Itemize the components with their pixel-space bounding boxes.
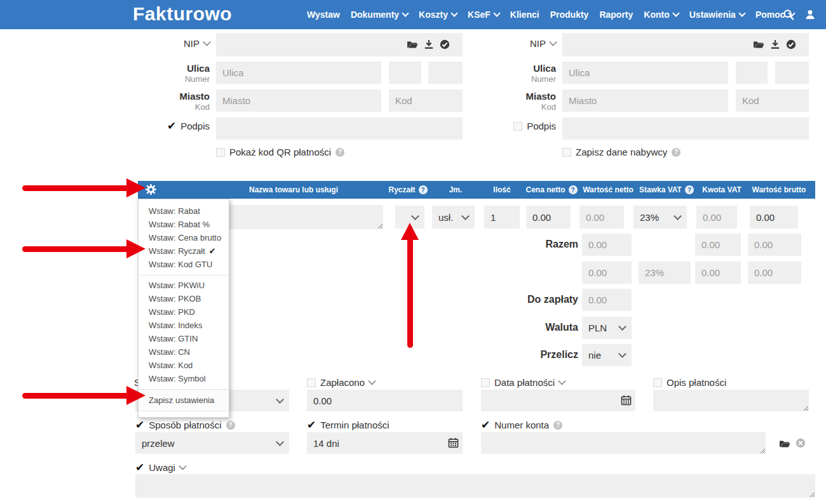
checkbox-unchecked[interactable] (481, 378, 490, 387)
buyer-nip-label[interactable]: NIP (480, 38, 556, 49)
numer-konta-textarea[interactable] (481, 432, 766, 454)
gear-icon[interactable] (146, 184, 156, 195)
chevron-down-icon (618, 350, 626, 358)
menu-item-rabat[interactable]: Wstaw: Rabat (139, 204, 229, 218)
razem-brutto-input[interactable] (748, 234, 801, 256)
help-icon[interactable]: ? (335, 148, 344, 157)
buyer-street-input[interactable] (562, 62, 728, 84)
chevron-down-icon (402, 10, 409, 17)
nav-item-raporty[interactable]: Raporty (599, 10, 633, 20)
column-settings-menu: Wstaw: Rabat Wstaw: Rabat % Wstaw: Cena … (138, 199, 229, 418)
seller-nip-label[interactable]: NIP (133, 38, 210, 49)
seller-city-label: Miasto Kod (133, 91, 210, 112)
help-icon[interactable]: ? (685, 185, 694, 194)
annotation-arrow-zapisz (22, 393, 128, 399)
nav-item-dokumenty[interactable]: Dokumenty (351, 10, 408, 20)
termin-platnosci-input[interactable] (307, 432, 463, 454)
help-icon[interactable]: ? (226, 421, 235, 430)
checkbox-unchecked[interactable] (562, 148, 571, 157)
check-circle-icon[interactable] (786, 39, 796, 50)
nav-item-klienci[interactable]: Klienci (510, 10, 539, 20)
checkbox-unchecked[interactable] (216, 148, 225, 157)
razem-kwota-vat-input[interactable] (695, 234, 741, 256)
menu-item-zapisz-ustawienia[interactable]: Zapisz ustawienia (139, 389, 229, 411)
calendar-icon[interactable] (448, 437, 459, 448)
opis-platnosci-textarea[interactable] (653, 390, 809, 411)
nav-item-koszty[interactable]: Koszty (419, 10, 457, 20)
menu-item-cn[interactable]: Wstaw: CN (139, 345, 229, 359)
seller-city-input[interactable] (216, 90, 381, 112)
item-unit-select[interactable]: usł. (432, 206, 475, 229)
calendar-icon[interactable] (621, 395, 632, 406)
seller-street-input[interactable] (216, 62, 381, 84)
menu-item-indeks[interactable]: Wstaw: Indeks (139, 319, 229, 332)
seller-signature-input[interactable] (216, 117, 463, 140)
checkbox-checked-icon[interactable]: ✔ (135, 463, 144, 472)
item-vat-rate-select[interactable]: 23% (633, 206, 687, 229)
convert-select[interactable]: nie (582, 344, 632, 366)
seller-number-input[interactable] (389, 62, 421, 84)
buyer-zip-input[interactable] (736, 90, 809, 112)
chevron-down-icon (618, 322, 626, 331)
seller-number2-input[interactable] (428, 62, 463, 84)
clear-x-circle-icon[interactable] (796, 438, 806, 448)
razem-netto-input[interactable] (582, 234, 632, 256)
download-icon[interactable] (424, 39, 434, 50)
menu-item-rabat-procent[interactable]: Wstaw: Rabat % (139, 218, 229, 231)
menu-item-cena-brutto[interactable]: Wstaw: Cena brutto (139, 231, 229, 244)
vat-row-stawka-input[interactable] (639, 262, 691, 284)
buyer-signature-input[interactable] (562, 117, 809, 140)
vat-row-kwota-input[interactable] (695, 262, 741, 284)
data-platnosci-input[interactable] (481, 390, 635, 411)
menu-item-kod[interactable]: Wstaw: Kod (139, 359, 229, 372)
checkbox-checked-icon[interactable]: ✔ (135, 421, 144, 430)
col-header-ryczalt: Ryczałt? (383, 185, 433, 194)
vat-row-netto-input[interactable] (582, 262, 632, 284)
user-account-icon[interactable] (804, 9, 816, 20)
item-gross-value-input[interactable] (750, 206, 798, 229)
seller-zip-input[interactable] (389, 90, 463, 112)
nav-item-konto[interactable]: Konto (644, 10, 678, 20)
item-quantity-input[interactable] (484, 206, 520, 229)
nav-item-ksef[interactable]: KSeF (468, 10, 499, 20)
checkbox-checked-icon[interactable]: ✔ (307, 421, 316, 430)
item-net-price-input[interactable] (526, 206, 571, 229)
app-logo[interactable]: Fakturowo (133, 3, 232, 25)
annotation-arrow-ryczalt-item-head (126, 239, 146, 258)
sposob-platnosci-select[interactable]: przelew (135, 432, 289, 454)
help-icon[interactable]: ? (672, 148, 680, 157)
folder-open-icon[interactable] (779, 439, 790, 449)
menu-item-pkd[interactable]: Wstaw: PKD (139, 305, 229, 319)
help-icon[interactable]: ? (419, 185, 428, 194)
menu-item-pkwiu[interactable]: Wstaw: PKWiU (139, 279, 229, 292)
item-net-value-input[interactable] (579, 206, 624, 229)
menu-item-ryczalt[interactable]: Wstaw: Ryczałt✔ (139, 244, 229, 258)
uwagi-textarea[interactable] (135, 474, 815, 498)
buyer-number-input[interactable] (736, 62, 768, 84)
buyer-city-input[interactable] (562, 90, 728, 112)
help-icon[interactable]: ? (553, 421, 562, 430)
checkbox-unchecked[interactable] (307, 378, 316, 387)
download-icon[interactable] (770, 39, 780, 50)
menu-item-gtin[interactable]: Wstaw: GTIN (139, 332, 229, 345)
do-zaplaty-input[interactable] (582, 289, 632, 311)
checkbox-checked-icon[interactable]: ✔ (167, 122, 176, 131)
folder-open-icon[interactable] (407, 40, 418, 50)
menu-item-kod-gtu[interactable]: Wstaw: Kod GTU (139, 258, 229, 271)
nav-item-ustawienia[interactable]: Ustawienia (689, 10, 745, 20)
vat-row-brutto-input[interactable] (748, 262, 801, 284)
checkbox-unchecked[interactable] (653, 378, 662, 387)
currency-select[interactable]: PLN (582, 317, 632, 339)
buyer-number2-input[interactable] (775, 62, 809, 84)
folder-open-icon[interactable] (753, 40, 764, 50)
check-circle-icon[interactable] (440, 39, 450, 50)
menu-item-pkob[interactable]: Wstaw: PKOB (139, 292, 229, 305)
checkbox-unchecked[interactable] (513, 122, 522, 131)
nav-item-produkty[interactable]: Produkty (550, 10, 589, 20)
item-vat-amount-input[interactable] (696, 206, 737, 229)
checkbox-checked-icon[interactable]: ✔ (481, 421, 490, 430)
search-icon[interactable] (783, 9, 794, 20)
nav-item-wystaw[interactable]: Wystaw (307, 10, 340, 20)
menu-item-symbol[interactable]: Wstaw: Symbol (139, 372, 229, 385)
zaplacono-input[interactable] (307, 390, 463, 411)
